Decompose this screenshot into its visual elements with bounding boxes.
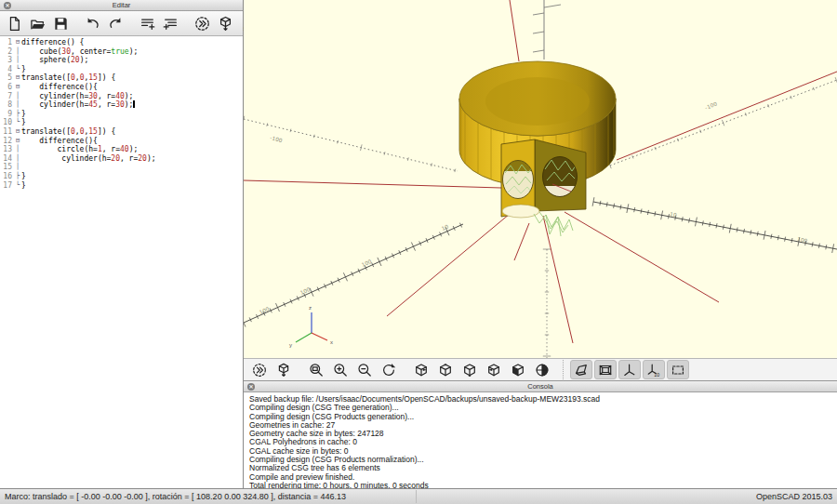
code-line[interactable]: 8│ cylinder(h=45, r=30);	[0, 100, 243, 110]
unindent-icon	[140, 16, 155, 32]
code-editor[interactable]: 1⊟difference() {2│ cube(30, center=true)…	[0, 36, 243, 490]
fold-marker: │	[14, 56, 21, 65]
line-number: 4	[0, 65, 14, 74]
fold-marker[interactable]: ⊟	[14, 137, 21, 146]
text-cursor	[133, 100, 135, 108]
save-file-button[interactable]	[50, 13, 72, 34]
preview-icon	[194, 16, 210, 32]
reset-view-button[interactable]	[378, 360, 400, 379]
show-axes-icon	[622, 363, 637, 378]
open-file-button[interactable]	[27, 13, 48, 34]
code-text: }	[21, 118, 26, 127]
perspective-button[interactable]	[570, 360, 592, 379]
editor-toolbar: STL	[0, 11, 243, 36]
render-button[interactable]	[272, 360, 295, 379]
fold-marker: ├	[14, 172, 21, 181]
code-text: }	[21, 110, 26, 119]
preview-button[interactable]	[192, 13, 213, 34]
statusbar-divider	[416, 490, 417, 503]
redo-button[interactable]	[105, 13, 126, 34]
unindent-button[interactable]	[137, 13, 158, 34]
code-line[interactable]: 6⊟ difference(){	[0, 83, 243, 92]
fold-marker[interactable]: ⊟	[14, 73, 21, 83]
code-line[interactable]: 10└}	[0, 118, 243, 127]
zoom-out-button[interactable]	[353, 360, 376, 379]
code-text: difference(){	[21, 137, 98, 146]
code-line[interactable]: 11⊟translate([0,0,15]) {	[0, 127, 243, 137]
line-number: 13	[0, 145, 14, 154]
code-text: }	[21, 181, 26, 191]
code-line[interactable]: 15│	[0, 163, 243, 172]
show-axes-button[interactable]	[618, 360, 641, 379]
orthogonal-button[interactable]	[594, 360, 617, 379]
view-bottom-button[interactable]	[458, 360, 481, 379]
zoom-in-button[interactable]	[329, 360, 352, 379]
view-left-button[interactable]	[483, 360, 505, 379]
code-line[interactable]: 3│ sphere(20);	[0, 56, 243, 65]
console-panel: ✕ Consola Saved backup file: /Users/isaa…	[244, 381, 837, 488]
code-text: }	[21, 65, 26, 74]
view-top-button[interactable]	[434, 360, 457, 379]
fold-marker: │	[14, 145, 21, 154]
console-output[interactable]: Saved backup file: /Users/isaac/Document…	[244, 392, 837, 490]
code-line[interactable]: 13│ circle(h=1, r=40);	[0, 145, 243, 154]
code-text: cylinder(h=30, r=40);	[21, 92, 133, 101]
zoom-in-icon	[333, 363, 348, 378]
code-line[interactable]: 14│ cylinder(h=20, r=20);	[0, 154, 243, 164]
code-line[interactable]: 1⊟difference() {	[0, 38, 243, 47]
3d-viewport[interactable]: -100 -100 10 100 10 100 100 100	[244, 0, 837, 358]
y-axis-label: y	[289, 342, 292, 348]
show-crosshairs-button[interactable]	[667, 360, 689, 379]
app-version: OpenSCAD 2015.03	[756, 492, 832, 501]
code-text: difference(){	[21, 83, 98, 92]
preview-button[interactable]	[248, 360, 271, 379]
fold-marker: │	[14, 47, 21, 57]
new-file-button[interactable]	[4, 13, 25, 34]
editor-titlebar[interactable]: ✕ Editar	[0, 0, 243, 11]
view-top-icon	[438, 363, 453, 378]
view-back-icon	[535, 363, 550, 378]
code-line[interactable]: 7│ cylinder(h=30, r=40);	[0, 92, 243, 101]
view-front-icon	[511, 363, 525, 378]
render-icon	[218, 16, 233, 32]
show-scale-button[interactable]: 10	[643, 360, 665, 379]
zoom-all-button[interactable]	[305, 360, 327, 379]
x-axis-label: x	[330, 339, 333, 345]
code-line[interactable]: 4└}	[0, 65, 243, 74]
camera-status: Marco: translado = [ -0.00 -0.00 -0.00 ]…	[5, 492, 346, 501]
render-icon	[276, 363, 291, 378]
view-front-button[interactable]	[507, 360, 529, 379]
fold-marker[interactable]: ⊟	[14, 38, 21, 47]
undo-icon	[85, 16, 100, 32]
view-right-icon	[414, 363, 429, 378]
code-text: translate([0,0,15]) {	[21, 127, 115, 137]
view-back-button[interactable]	[531, 360, 553, 379]
undo-button[interactable]	[82, 13, 103, 34]
console-titlebar[interactable]: ✕ Consola	[244, 381, 837, 392]
code-line[interactable]: 17└}	[0, 181, 243, 191]
indent-button[interactable]	[160, 13, 181, 34]
fold-marker[interactable]: ⊟	[14, 83, 21, 92]
code-line[interactable]: 2│ cube(30, center=true);	[0, 47, 243, 57]
openscad-window: ✕ Editar STL 1⊟difference() {2│ cube(30,…	[0, 0, 837, 504]
code-line[interactable]: 9├}	[0, 110, 243, 119]
code-text: translate([0,0,15]) {	[21, 73, 115, 83]
code-text: cylinder(h=45, r=30);	[21, 100, 135, 110]
code-text: circle(h=1, r=40);	[21, 145, 138, 154]
editor-title: Editar	[0, 1, 243, 9]
redo-icon	[108, 16, 124, 32]
fold-marker[interactable]: ⊟	[14, 127, 21, 137]
editor-panel: ✕ Editar STL 1⊟difference() {2│ cube(30,…	[0, 0, 244, 488]
render-button[interactable]	[215, 13, 236, 34]
fold-marker: └	[14, 118, 21, 127]
z-axis-label: z	[309, 305, 312, 311]
code-line[interactable]: 16├}	[0, 172, 243, 181]
indent-icon	[163, 16, 179, 32]
code-line[interactable]: 5⊟translate([0,0,15]) {	[0, 73, 243, 83]
line-number: 7	[0, 92, 14, 101]
view-right-button[interactable]	[410, 360, 432, 379]
show-crosshairs-icon	[671, 363, 685, 378]
line-number: 10	[0, 118, 14, 127]
line-number: 14	[0, 154, 14, 164]
code-line[interactable]: 12⊟ difference(){	[0, 137, 243, 146]
